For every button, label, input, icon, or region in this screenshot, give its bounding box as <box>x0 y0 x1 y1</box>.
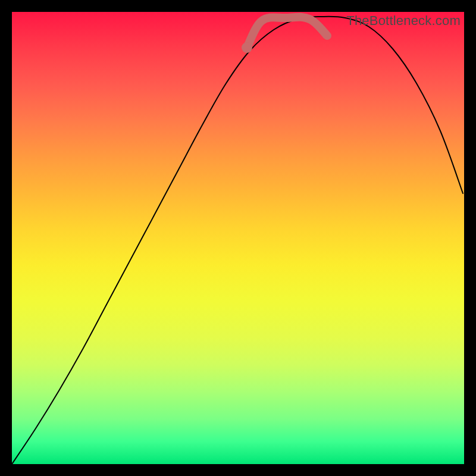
watermark-label: TheBottleneck.com <box>346 13 461 29</box>
highlight-segment <box>247 17 327 48</box>
chart-svg <box>12 12 464 464</box>
bottleneck-curve <box>12 17 463 464</box>
highlight-dot <box>242 42 252 53</box>
chart-frame: TheBottleneck.com <box>12 12 464 464</box>
